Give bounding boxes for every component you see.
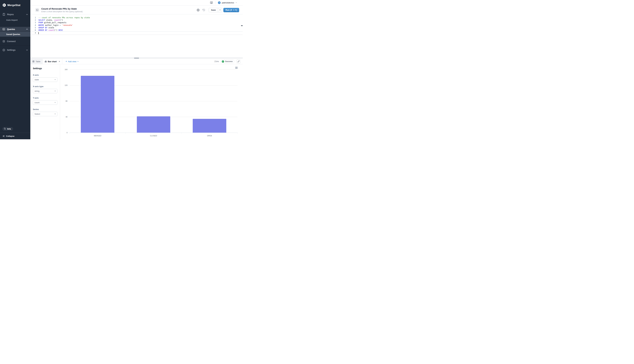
- query-description-placeholder[interactable]: Enter a short description for this query…: [41, 10, 83, 13]
- bar-chart-icon: [44, 60, 47, 62]
- tab-bar-chart[interactable]: Bar chart ✕: [42, 59, 62, 64]
- run-query-button[interactable]: Run (⇧ + ↵): [223, 8, 239, 12]
- chart-context-menu-icon[interactable]: [235, 67, 238, 69]
- x-axis-value: state: [34, 78, 39, 81]
- documentation-book-icon[interactable]: [210, 2, 213, 4]
- sidebar-item-label: Saved Queries: [6, 33, 20, 36]
- brand-logo[interactable]: MergeStat: [0, 0, 30, 8]
- tab-table[interactable]: Table: [30, 59, 42, 64]
- add-view-label: Add view: [68, 60, 76, 63]
- avatar: [218, 2, 220, 4]
- caret-down-icon: ▼: [54, 102, 56, 103]
- table-icon: [32, 60, 34, 62]
- line-number: 1: [30, 16, 36, 19]
- collapse-sidebar-button[interactable]: Collapse: [0, 133, 30, 139]
- sidebar-item-label: Repos: [7, 13, 24, 16]
- line-number: 2: [30, 19, 36, 21]
- caret-down-icon: ▼: [78, 61, 79, 62]
- code-line[interactable]: 6ORDER BY count(*) DESC: [30, 29, 243, 32]
- code-line[interactable]: 2SELECT state, count(*): [30, 19, 243, 21]
- beta-badge: beta: [2, 127, 13, 130]
- tab-label: Table: [36, 60, 40, 63]
- caret-down-icon: ▼: [54, 113, 56, 115]
- y-tick-label: 120: [60, 84, 68, 86]
- bar-merged[interactable]: [81, 76, 114, 133]
- y-axis-label: Y-axis: [33, 97, 58, 99]
- tag-icon: [4, 128, 6, 130]
- caret-down-icon: ▼: [236, 2, 237, 4]
- query-title[interactable]: Count of Renovate PRs by State: [41, 8, 83, 10]
- sidebar-item-queries[interactable]: Queries: [0, 27, 30, 32]
- tab-label: Bar chart: [48, 60, 57, 63]
- save-button[interactable]: Save: [209, 8, 218, 12]
- code-text: GROUP BY state: [36, 26, 54, 29]
- terminal-icon: [36, 9, 38, 11]
- query-settings-gear-icon[interactable]: [197, 9, 200, 12]
- resize-drag-handle[interactable]: [134, 58, 139, 58]
- x-axis-type-value: string: [34, 90, 40, 92]
- series-select[interactable]: Select ▼: [33, 112, 58, 116]
- bar-open[interactable]: [193, 119, 226, 133]
- query-history-icon[interactable]: [202, 8, 205, 12]
- bar-closed[interactable]: [137, 116, 170, 133]
- collapse-label: Collapse: [6, 135, 14, 137]
- sidebar-item-label: Queries: [7, 28, 24, 30]
- sql-editor[interactable]: 1-- count of renovate PRs across repos b…: [30, 14, 243, 57]
- topbar: patrickdevivo ▼: [30, 0, 243, 6]
- sidebar-item-label: Auto Import: [6, 19, 18, 21]
- line-number: 3: [30, 21, 36, 24]
- user-menu[interactable]: patrickdevivo ▼: [218, 2, 237, 4]
- line-number: 6: [30, 29, 36, 32]
- mergestat-logo-icon: [2, 3, 6, 7]
- series-value: Select: [34, 113, 40, 115]
- close-tab-icon[interactable]: ✕: [59, 60, 60, 62]
- code-line[interactable]: 1-- count of renovate PRs across repos b…: [30, 16, 243, 19]
- y-tick-label: 80: [60, 100, 68, 102]
- double-chevron-left-icon: [2, 135, 5, 137]
- chevron-down-icon: [26, 50, 28, 50]
- username: patrickdevivo: [222, 2, 234, 4]
- code-text: [36, 32, 38, 34]
- bar-chart: 04080120160MERGEDCLOSEDOPEN: [60, 64, 243, 139]
- x-tick-label: OPEN: [182, 135, 238, 137]
- code-line[interactable]: 5GROUP BY state: [30, 26, 243, 29]
- x-axis-tick: [182, 133, 182, 134]
- add-view-button[interactable]: + Add view ▼: [64, 59, 80, 64]
- line-number: 7: [30, 32, 36, 34]
- sidebar-item-auto-import[interactable]: Auto Import: [0, 18, 30, 22]
- gear-icon: [2, 49, 5, 52]
- line-number: 4: [30, 24, 36, 26]
- code-line[interactable]: 3FROM github_pull_requests: [30, 21, 243, 24]
- x-tick-label: CLOSED: [126, 135, 182, 137]
- database-icon: [2, 40, 5, 43]
- sidebar-item-label: Settings: [7, 49, 24, 51]
- sidebar: MergeStat Repos Auto Import: [0, 0, 30, 139]
- mergestat-app: MergeStat Repos Auto Import: [0, 0, 243, 139]
- code-text: -- count of renovate PRs across repos by…: [36, 16, 90, 19]
- sidebar-item-repos[interactable]: Repos: [0, 12, 30, 16]
- check-circle-icon: ✓: [222, 60, 224, 63]
- panel-resize-divider: [30, 57, 243, 59]
- x-axis-type-select[interactable]: string ▼: [33, 89, 58, 93]
- x-axis-select[interactable]: state ▼: [33, 78, 58, 82]
- save-button-group: Save ▼: [209, 8, 222, 12]
- y-axis-select[interactable]: count ▼: [33, 100, 58, 105]
- code-line[interactable]: 4WHERE author_login = 'renovate': [30, 24, 243, 26]
- save-options-caret[interactable]: ▼: [218, 8, 222, 12]
- status-label: Success: [225, 60, 233, 62]
- code-line[interactable]: 7: [30, 32, 243, 35]
- status-badge: ✓ Success: [221, 60, 234, 63]
- code-text: WHERE author_login = 'renovate': [36, 24, 73, 26]
- code-text: ORDER BY count(*) DESC: [36, 29, 63, 32]
- sidebar-item-saved-queries[interactable]: Saved Queries: [0, 32, 30, 37]
- y-tick-label: 0: [60, 132, 68, 134]
- y-tick-label: 160: [60, 68, 68, 70]
- sidebar-item-settings[interactable]: Settings: [0, 48, 30, 52]
- expand-icon: [238, 60, 240, 62]
- brand-name: MergeStat: [8, 4, 20, 7]
- sidebar-item-connect[interactable]: Connect: [0, 39, 30, 44]
- y-axis-value: count: [34, 101, 40, 104]
- expand-results-button[interactable]: [236, 60, 240, 64]
- code-text: FROM github_pull_requests: [36, 21, 66, 24]
- x-tick-label: MERGED: [70, 135, 126, 137]
